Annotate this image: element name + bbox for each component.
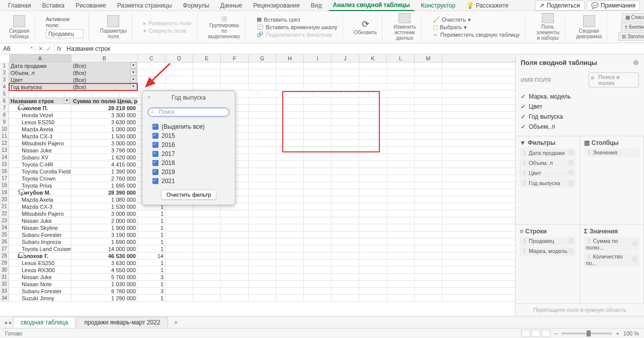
- data-cell-a[interactable]: Suzuki Jimny: [9, 295, 71, 301]
- data-cell-b[interactable]: 3 190 000: [71, 231, 138, 238]
- data-cell-c[interactable]: 1: [138, 224, 166, 231]
- data-cell-a[interactable]: Subaru XV: [9, 154, 71, 160]
- filter-item-2017[interactable]: 2017: [152, 150, 230, 157]
- pivot-chart-button[interactable]: Сводная диаграмма: [571, 13, 607, 41]
- change-data-source-button[interactable]: Изменить источник данных: [388, 13, 422, 41]
- zoom-value[interactable]: 100 %: [623, 330, 639, 336]
- data-cell-b[interactable]: 1 080 000: [71, 126, 138, 132]
- filter-value-cell[interactable]: (Все): [71, 62, 138, 69]
- data-cell-c[interactable]: 3: [138, 288, 166, 294]
- filter-value-cell[interactable]: (Все): [71, 69, 138, 76]
- field-search-input[interactable]: Поиск в полях: [589, 72, 639, 88]
- close-panel-button[interactable]: ⊗: [633, 58, 639, 66]
- collapse-icon[interactable]: −: [19, 189, 24, 194]
- filter-label-cell[interactable]: Объем, л: [9, 69, 71, 76]
- data-cell-b[interactable]: 3 798 000: [71, 147, 138, 153]
- data-cell-b[interactable]: 3 000 000: [71, 140, 138, 146]
- data-cell-a[interactable]: Nissan Juke: [9, 274, 71, 280]
- filter-pill[interactable]: ⋮ Объем, лⓘ: [520, 158, 576, 167]
- data-cell-b[interactable]: 1 690 000: [71, 238, 138, 245]
- col-H[interactable]: H: [276, 54, 304, 62]
- field-headers-toggle[interactable]: ⊞ Заголовки полей: [618, 32, 644, 41]
- fields-items-button[interactable]: Поля, элементы и наборы: [531, 13, 565, 41]
- tab-review[interactable]: Рецензирование: [249, 1, 304, 11]
- data-cell-a[interactable]: Mazda CX-3: [9, 203, 71, 210]
- add-sheet-button[interactable]: +: [169, 318, 183, 326]
- tab-design[interactable]: Конструктор: [417, 1, 459, 11]
- col-A[interactable]: A: [9, 54, 71, 62]
- filter-item-2015[interactable]: 2015: [152, 132, 230, 139]
- fx-icon[interactable]: fx: [55, 45, 63, 52]
- filter-label-cell[interactable]: Дата продажи: [9, 62, 71, 69]
- value-pill[interactable]: ⋮ Сумма по полю...ⓘ: [584, 237, 640, 251]
- collapse-icon[interactable]: −: [19, 105, 24, 110]
- tab-draw[interactable]: Рисование: [71, 1, 110, 11]
- data-cell-a[interactable]: Mazda CX-3: [9, 133, 71, 139]
- data-cell-a[interactable]: −Шолохов Г.: [9, 252, 71, 259]
- field-color[interactable]: ✓Цвет: [521, 102, 639, 112]
- insert-slicer-button[interactable]: ▦ Вставить срез: [257, 16, 300, 23]
- filter-connections-button[interactable]: 🔗 Подключения к фильтрам: [257, 31, 332, 38]
- formula-input[interactable]: Названия строк: [63, 45, 644, 52]
- values-area[interactable]: ΣЗначения ⋮ Сумма по полю...ⓘ ⋮ Количест…: [580, 225, 645, 304]
- data-cell-c[interactable]: 1: [138, 210, 166, 217]
- data-cell-b[interactable]: 1 290 000: [71, 295, 138, 301]
- plus-minus-toggle[interactable]: ± Кнопки "+" и "-": [621, 23, 644, 31]
- data-cell-a[interactable]: Nissan Juke: [9, 147, 71, 153]
- data-cell-c[interactable]: 1: [138, 217, 166, 224]
- confirm-icon[interactable]: ✓: [46, 45, 51, 52]
- name-box[interactable]: A6: [0, 45, 35, 52]
- zoom-in-button[interactable]: +: [616, 330, 619, 336]
- data-cell-b[interactable]: 2 000 000: [71, 217, 138, 224]
- data-cell-b[interactable]: 46 530 000: [71, 252, 138, 259]
- data-cell-b[interactable]: 1 695 000: [71, 182, 138, 189]
- filters-area[interactable]: ▼Фильтры ⋮ Дата продажиⓘ ⋮ Объем, лⓘ ⋮ Ц…: [516, 136, 580, 225]
- data-cell-a[interactable]: Subaru Forester: [9, 231, 71, 238]
- data-cell-b[interactable]: 3 630 000: [71, 260, 138, 266]
- field-params-button[interactable]: Параметры поля: [95, 13, 132, 41]
- filter-value-cell[interactable]: (Все): [71, 83, 138, 90]
- col-F[interactable]: F: [221, 54, 249, 62]
- filter-item-2018[interactable]: 2018: [152, 159, 230, 166]
- data-cell-c[interactable]: 1: [138, 245, 166, 252]
- data-cell-a[interactable]: Mitsubishi Pajero: [9, 210, 71, 217]
- tab-formulas[interactable]: Формулы: [179, 1, 213, 11]
- data-cell-a[interactable]: Toyota Crown: [9, 175, 71, 182]
- data-cell-b[interactable]: 1 030 000: [71, 281, 138, 287]
- data-cell-a[interactable]: Mazda Axela: [9, 126, 71, 132]
- filter-pill[interactable]: ⋮ Дата продажиⓘ: [520, 148, 576, 157]
- data-cell-c[interactable]: 14: [138, 252, 166, 259]
- col-C[interactable]: C: [138, 54, 166, 62]
- pivot-table-group[interactable]: Сводная таблица: [4, 13, 35, 41]
- filter-item-2021[interactable]: 2021: [152, 178, 230, 185]
- active-field-input[interactable]: Продавец: [46, 29, 84, 38]
- data-cell-b[interactable]: 3 000 000: [71, 210, 138, 217]
- tell-me[interactable]: 💡 Расскажите: [462, 1, 513, 11]
- col-B[interactable]: B: [71, 54, 138, 62]
- field-list-toggle[interactable]: ▦ Список полей: [622, 13, 644, 22]
- view-page-layout-button[interactable]: [531, 330, 540, 337]
- rows-area[interactable]: ≡Строки ⋮ Продавецⓘ ⋮ Марка, модельⓘ: [516, 225, 580, 304]
- data-cell-c[interactable]: 1: [138, 295, 166, 301]
- row-pill[interactable]: ⋮ Марка, модельⓘ: [520, 247, 576, 256]
- insert-timeline-button[interactable]: 🕘 Вставить временную шкалу: [257, 24, 337, 30]
- move-pivot-button[interactable]: ↔ Переместить сводную таблицу: [433, 32, 520, 38]
- filter-item-2016[interactable]: 2016: [152, 141, 230, 148]
- data-cell-a[interactable]: Honda Vezel: [9, 112, 71, 118]
- data-cell-a[interactable]: Mazda Axela: [9, 196, 71, 203]
- data-cell-b[interactable]: 2 760 000: [71, 175, 138, 182]
- filter-value-cell[interactable]: (Все): [71, 76, 138, 83]
- data-cell-b[interactable]: 5 760 000: [71, 274, 138, 280]
- filter-pill[interactable]: ⋮ Цветⓘ: [520, 168, 576, 178]
- data-cell-b[interactable]: 28 218 000: [71, 105, 138, 111]
- columns-area[interactable]: ▥Столбцы ⋮ Значения: [580, 136, 645, 225]
- col-E[interactable]: E: [193, 54, 221, 62]
- filter-pill[interactable]: ⋮ Год выпускаⓘ: [520, 179, 576, 188]
- col-L[interactable]: L: [387, 54, 415, 62]
- data-cell-a[interactable]: −Соколов П.: [9, 105, 71, 111]
- view-page-break-button[interactable]: [541, 330, 550, 337]
- field-brand-model[interactable]: ✓Марка, модель: [521, 92, 639, 102]
- data-cell-a[interactable]: Nissan Skyline: [9, 224, 71, 231]
- tab-view[interactable]: Вид: [307, 1, 326, 11]
- data-cell-a[interactable]: Nissan Juke: [9, 217, 71, 224]
